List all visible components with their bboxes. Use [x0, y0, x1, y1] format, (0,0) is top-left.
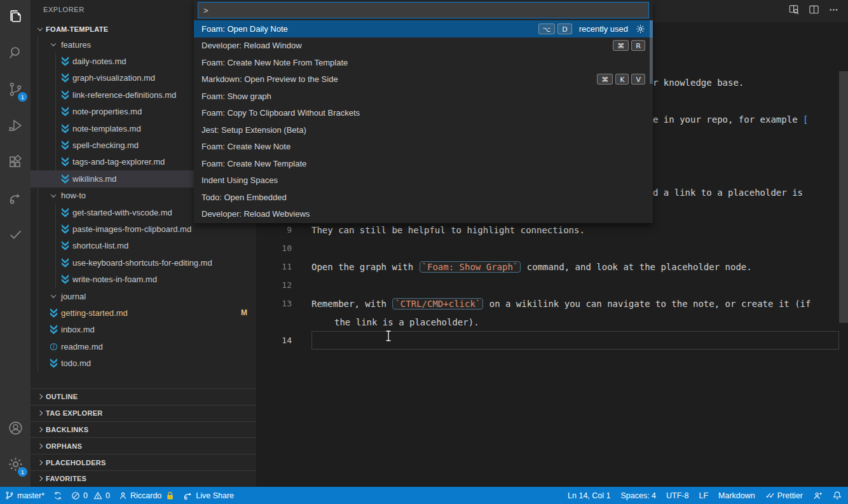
command-label: Indent Using Spaces: [202, 175, 278, 185]
command-item[interactable]: Jest: Setup Extension (Beta): [194, 121, 653, 139]
panel-header[interactable]: TAG EXPLORER: [31, 405, 256, 421]
markdown-file-icon: [59, 123, 71, 133]
panel-header[interactable]: OUTLINE: [31, 388, 256, 405]
editor-line[interactable]: 10: [256, 239, 848, 257]
command-item[interactable]: Foam: Copy To Clipboard Without Brackets: [194, 105, 653, 122]
search-icon[interactable]: [0, 36, 31, 69]
panel-label: BACKLINKS: [46, 426, 88, 433]
language-status[interactable]: Markdown: [718, 491, 755, 500]
command-item[interactable]: Foam: Open Daily Note ⌥D recently used: [194, 20, 653, 37]
code-text: command, and look at the placeholder nod…: [521, 262, 751, 272]
command-label: Todo: Open Embedded: [202, 193, 287, 202]
extensions-icon[interactable]: [0, 145, 31, 178]
command-item[interactable]: Developer: Reload Webviews: [194, 206, 653, 223]
sync-status[interactable]: [53, 491, 62, 500]
keybinding-key: ⌥: [538, 24, 556, 34]
palette-scrollbar[interactable]: [650, 20, 653, 84]
encoding-status[interactable]: UTF-8: [666, 491, 688, 500]
status-bar: master* 0 0 Riccardo Live Share Ln 14, C…: [0, 487, 848, 504]
command-label: Foam: Create New Template: [202, 159, 306, 168]
markdown-file-icon: [59, 241, 71, 251]
activity-bar: 1 1: [0, 0, 31, 487]
markdown-file-icon: [48, 325, 59, 335]
chevron-right-icon: [34, 473, 46, 484]
tree-item[interactable]: todo.md: [31, 355, 256, 371]
panel-header[interactable]: ORPHANS: [31, 437, 256, 454]
line-number: 11: [256, 262, 292, 271]
file-name: tags-and-tag-explorer.md: [72, 157, 165, 167]
tree-item[interactable]: write-notes-in-foam.md: [31, 271, 256, 287]
problems-status[interactable]: 0 0: [71, 491, 110, 500]
markdown-file-icon: [59, 140, 71, 151]
tree-item[interactable]: readme.md: [31, 338, 256, 355]
workspace-root-label: FOAM-TEMPLATE: [46, 25, 108, 33]
command-item[interactable]: Indent Using Spaces: [194, 172, 653, 189]
editor-partial-line: r knowledge base.: [653, 78, 744, 88]
file-name: get-started-with-vscode.md: [72, 208, 172, 217]
editor-line[interactable]: 13 Remember, with `CTRL/CMD+click` on a …: [256, 294, 848, 313]
command-item[interactable]: Foam: Create New Note: [194, 139, 653, 156]
panel-header[interactable]: PLACEHOLDERS: [31, 454, 256, 470]
live-share-status[interactable]: Live Share: [183, 491, 234, 500]
source-control-icon[interactable]: 1: [0, 72, 31, 106]
editor-scrollbar[interactable]: [839, 71, 848, 323]
account-icon[interactable]: [0, 411, 31, 444]
editor-line[interactable]: 14: [256, 331, 848, 350]
command-item[interactable]: Foam: Create New Template: [194, 155, 653, 172]
configure-keybinding-icon[interactable]: [636, 24, 645, 34]
tree-item[interactable]: journal: [31, 288, 256, 304]
editor-line[interactable]: 11 Open the graph with `Foam: Show Graph…: [256, 257, 848, 276]
editor-line[interactable]: the link is a placeholder).: [256, 313, 848, 331]
editor-line[interactable]: 9 They can still be helpful to highlight…: [256, 221, 848, 239]
command-input[interactable]: >: [198, 2, 649, 18]
settings-gear-icon[interactable]: 1: [0, 447, 31, 480]
command-item[interactable]: Foam: Create New Note From Template: [194, 54, 653, 71]
file-name: how-to: [61, 191, 86, 200]
notifications-bell-icon[interactable]: [833, 491, 842, 500]
more-actions-icon[interactable]: [828, 4, 839, 18]
keybinding-key: R: [631, 40, 645, 51]
cursor-position-status[interactable]: Ln 14, Col 1: [568, 491, 610, 500]
user-status[interactable]: Riccardo: [119, 491, 174, 500]
tree-item[interactable]: paste-images-from-clipboard.md: [31, 221, 256, 237]
lock-icon: [166, 491, 174, 500]
formatter-status[interactable]: ✓✓Prettier: [765, 491, 803, 500]
split-editor-icon[interactable]: [809, 4, 819, 18]
chevron-right-icon: [34, 408, 46, 418]
panel-header[interactable]: FAVORITES: [31, 470, 256, 487]
mouse-ibeam-cursor: [385, 330, 392, 344]
git-branch-status[interactable]: master*: [5, 491, 44, 500]
command-item[interactable]: Developer: Reload Window ⌘R: [194, 37, 653, 55]
command-item[interactable]: Foam: Show graph: [194, 88, 653, 105]
tree-item[interactable]: shortcut-list.md: [31, 238, 256, 254]
file-name: getting-started.md: [61, 308, 128, 318]
command-label: Markdown: Open Preview to the Side: [202, 74, 338, 84]
tree-item[interactable]: getting-started.md M: [31, 304, 256, 321]
command-item[interactable]: Todo: Open Embedded: [194, 189, 653, 206]
panel-label: PLACEHOLDERS: [46, 459, 106, 467]
markdown-file-icon: [59, 257, 71, 268]
panel-header[interactable]: BACKLINKS: [31, 421, 256, 438]
tree-item[interactable]: inbox.md: [31, 322, 256, 338]
run-debug-icon[interactable]: [0, 109, 31, 142]
file-name: write-notes-in-foam.md: [72, 275, 157, 284]
folder-chevron-icon: [48, 291, 59, 301]
test-check-icon[interactable]: [0, 217, 31, 250]
tree-item[interactable]: use-keyboard-shortcuts-for-editing.md: [31, 254, 256, 271]
eol-status[interactable]: LF: [699, 491, 708, 500]
code-text: `Foam: Show Graph`: [420, 261, 521, 273]
live-share-icon[interactable]: [0, 181, 31, 214]
indentation-status[interactable]: Spaces: 4: [620, 491, 656, 500]
editor-line[interactable]: 12: [256, 276, 848, 294]
feedback-icon[interactable]: [813, 491, 823, 500]
open-preview-icon[interactable]: [789, 4, 800, 18]
scm-badge: 1: [18, 92, 27, 102]
explorer-icon[interactable]: [0, 0, 31, 33]
markdown-file-icon: [59, 90, 71, 100]
command-item[interactable]: Markdown: Open Preview to the Side ⌘KV: [194, 71, 653, 88]
file-name: todo.md: [61, 358, 91, 368]
file-name: readme.md: [61, 342, 103, 351]
file-name: inbox.md: [61, 325, 95, 334]
file-name: shortcut-list.md: [72, 241, 128, 250]
person-icon: [119, 491, 127, 500]
